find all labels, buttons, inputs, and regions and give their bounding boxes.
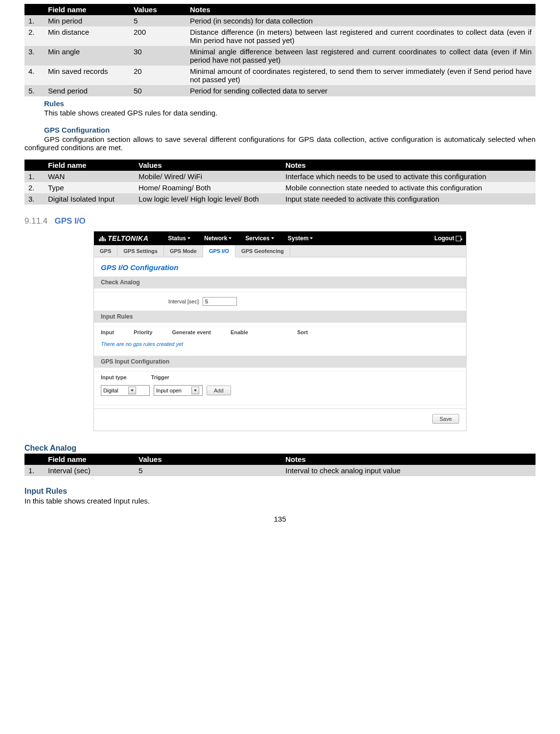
section-gps-input-config: GPS Input Configuration [94, 356, 466, 367]
section-check-analog: Check Analog [94, 276, 466, 288]
table-row: 1.Interval (sec)5Interval to check analo… [24, 465, 536, 476]
input-rules-heading: Input Rules [24, 487, 536, 496]
col-input: Input [101, 329, 114, 335]
th-notes: Notes [186, 4, 536, 15]
chevron-down-icon [310, 237, 313, 239]
nav-system[interactable]: System [288, 235, 313, 242]
input-config-row: Digital Input open Add [94, 383, 466, 405]
gpsconf-text: GPS configuration section allows to save… [24, 135, 536, 152]
chevron-down-icon [229, 237, 232, 239]
panel-title: GPS I/O Configuration [94, 257, 466, 276]
table-gps-config: Field name Values Notes 1.WANMobile/ Wir… [24, 160, 536, 205]
sub-tabs: GPS GPS Settings GPS Mode GPS I/O GPS Ge… [94, 245, 466, 257]
add-button[interactable]: Add [207, 386, 231, 395]
table-row: 1.Min period5Period (in seconds) for dat… [24, 15, 536, 26]
table-header-row: Field name Values Notes [24, 4, 536, 15]
chevron-down-icon [191, 387, 199, 394]
table-row: 5.Send period50Period for sending collec… [24, 85, 536, 96]
interval-label: Interval [sec] [101, 298, 203, 304]
check-analog-heading: Check Analog [24, 444, 536, 453]
tab-gps-io[interactable]: GPS I/O [203, 245, 235, 257]
table-header-row: Field name Values Notes [24, 160, 536, 171]
section-heading: 9.11.4 GPS I/O [24, 216, 536, 226]
ui-screenshot: TELTONIKA Status Network Services System… [93, 231, 467, 431]
table-row: 2.Min distance200Distance difference (in… [24, 26, 536, 46]
table-row: 2.TypeHome/ Roaming/ BothMobile connecti… [24, 182, 536, 193]
top-bar: TELTONIKA Status Network Services System… [94, 231, 466, 245]
table-row: 3.Min angle30Minimal angle difference be… [24, 46, 536, 66]
top-nav: Status Network Services System [168, 235, 434, 242]
table-row: 4.Min saved records20Minimal amount of c… [24, 66, 536, 85]
select-input-type[interactable]: Digital [101, 385, 150, 396]
table-check-analog: Field name Values Notes 1.Interval (sec)… [24, 454, 536, 476]
rules-text: This table shows created GPS rules for d… [44, 109, 536, 117]
col-priority: Priority [134, 329, 153, 335]
logout-icon [456, 236, 461, 241]
table-row: 3.Digital Isolated InputLow logic level/… [24, 193, 536, 205]
tab-gps-settings[interactable]: GPS Settings [117, 245, 164, 257]
th-blank [24, 4, 44, 15]
chevron-down-icon [271, 237, 274, 239]
label-trigger: Trigger [151, 374, 169, 380]
section-input-rules: Input Rules [94, 311, 466, 322]
input-rules-text: In this table shows created Input rules. [24, 497, 536, 505]
section-title: GPS I/O [54, 216, 85, 226]
brand-logo[interactable]: TELTONIKA [99, 234, 148, 242]
nav-services[interactable]: Services [245, 235, 274, 242]
tab-gps-geofencing[interactable]: GPS Geofencing [235, 245, 290, 257]
chevron-down-icon [128, 387, 136, 394]
col-generate: Generate event [172, 329, 210, 335]
rules-columns: Input Priority Generate event Enable Sor… [94, 326, 466, 338]
logout-link[interactable]: Logout [434, 235, 461, 242]
tab-gps[interactable]: GPS [94, 245, 117, 257]
logo-bars-icon [99, 236, 106, 241]
th-field: Field name [44, 4, 130, 15]
col-sort: Sort [297, 329, 308, 335]
input-config-labels: Input type Trigger [94, 371, 466, 383]
save-button[interactable]: Save [432, 414, 459, 424]
nav-status[interactable]: Status [168, 235, 190, 242]
table-gps-fields: Field name Values Notes 1.Min period5Per… [24, 4, 536, 96]
brand-text: TELTONIKA [108, 234, 148, 242]
rules-heading: Rules [44, 99, 536, 108]
table-row: 1.WANMobile/ Wired/ WiFiInterface which … [24, 171, 536, 182]
interval-row: Interval [sec] [101, 297, 459, 306]
page-number: 135 [24, 515, 536, 523]
interval-input[interactable] [203, 297, 237, 306]
gpsconf-heading: GPS Configuration [44, 126, 536, 134]
th-values: Values [130, 4, 186, 15]
section-number: 9.11.4 [24, 216, 47, 226]
col-enable: Enable [231, 329, 248, 335]
nav-network[interactable]: Network [204, 235, 232, 242]
label-input-type: Input type [101, 374, 127, 380]
table-header-row: Field name Values Notes [24, 454, 536, 465]
tab-gps-mode[interactable]: GPS Mode [164, 245, 203, 257]
empty-rules-message: There are no gps rules created yet [94, 338, 466, 356]
select-trigger[interactable]: Input open [154, 385, 203, 396]
chevron-down-icon [187, 237, 190, 239]
